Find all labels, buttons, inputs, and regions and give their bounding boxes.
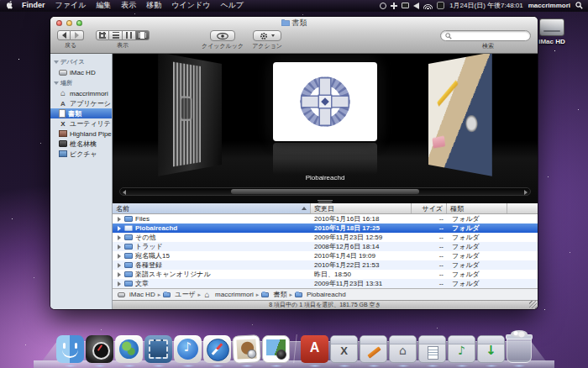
dock-item-music-stack[interactable] xyxy=(448,335,475,363)
disclosure-triangle-icon[interactable] xyxy=(54,60,59,64)
dock-item-preview[interactable] xyxy=(233,335,260,363)
sidebar-item-label: 書類 xyxy=(68,109,81,118)
table-row[interactable]: トラッド2008年12月6日 18:14--フォルダ xyxy=(113,242,538,251)
table-row[interactable]: 宛名職人152010年1月4日 19:09--フォルダ xyxy=(113,251,538,260)
time-machine-icon[interactable] xyxy=(380,3,386,9)
disclosure-triangle-icon[interactable] xyxy=(54,81,59,85)
dock-item-dashboard[interactable] xyxy=(86,335,113,363)
scroll-right-icon[interactable] xyxy=(524,190,528,195)
trash-icon xyxy=(507,334,532,363)
coverflow-resize-grip[interactable] xyxy=(318,198,333,202)
printer-icon xyxy=(59,140,67,147)
wifi-icon[interactable] xyxy=(423,3,433,9)
sidebar-item-書類[interactable]: 書類 xyxy=(50,108,112,118)
spaces-icon[interactable] xyxy=(391,3,397,9)
dock-item-safari[interactable] xyxy=(203,335,231,363)
window-body: デバイスiMac HD場所maccrimmoriアプリケーション書類ユーティリテ… xyxy=(50,54,538,309)
menu-Finder[interactable]: Finder xyxy=(22,1,45,9)
view-columns-button[interactable] xyxy=(123,30,136,40)
chevron-down-icon xyxy=(271,34,275,37)
sidebar-item-iMac HD[interactable]: iMac HD xyxy=(50,67,112,77)
dock-item-itunes[interactable] xyxy=(174,335,202,363)
volume-icon[interactable] xyxy=(413,3,419,9)
display-icon[interactable] xyxy=(402,3,409,8)
menu-bar-clock[interactable]: 1月24日(日) 午後7:48:01 xyxy=(449,1,523,10)
dock-item-pencil-stack[interactable] xyxy=(360,335,387,363)
dock-item-iphoto[interactable] xyxy=(262,335,290,363)
table-row[interactable]: 文章2009年11月23日 13:31--フォルダ xyxy=(113,279,538,288)
input-source-icon[interactable] xyxy=(437,2,444,9)
coverflow-prev-cover[interactable] xyxy=(158,54,222,176)
menu-ウインドウ[interactable]: ウインドウ xyxy=(171,1,210,9)
disclosure-triangle-icon[interactable] xyxy=(118,226,121,231)
path-segment-iMac HD[interactable]: iMac HD xyxy=(118,291,155,298)
sidebar-item-ユーティリティ[interactable]: ユーティリティ xyxy=(50,118,112,129)
coverflow-selected-cover[interactable] xyxy=(273,62,377,141)
search-input[interactable] xyxy=(440,30,531,41)
disclosure-triangle-icon[interactable] xyxy=(118,217,121,222)
coverflow-pane[interactable]: Piobaireachd xyxy=(113,54,538,203)
action-button[interactable] xyxy=(253,30,281,41)
quicklook-button[interactable] xyxy=(210,30,235,41)
column-header-size[interactable]: サイズ xyxy=(412,203,447,213)
coverflow-next-cover[interactable] xyxy=(428,54,492,176)
scrollbar-thumb[interactable] xyxy=(231,189,419,194)
dock-item-documents-stack[interactable] xyxy=(418,335,446,363)
dock-item-archive-stack[interactable] xyxy=(389,335,417,363)
path-segment-Piobaireachd[interactable]: Piobaireachd xyxy=(295,291,346,298)
path-segment-maccrimmori[interactable]: maccrimmori xyxy=(203,291,254,298)
menu-編集[interactable]: 編集 xyxy=(96,1,111,9)
menu-ヘルプ[interactable]: ヘルプ xyxy=(220,1,244,9)
window-chrome[interactable]: 書類 戻る 表示 xyxy=(50,17,538,54)
disclosure-triangle-icon[interactable] xyxy=(118,263,121,268)
dock-item-mail[interactable] xyxy=(144,335,172,363)
dock-item-utilities-stack[interactable] xyxy=(330,335,358,363)
folder-photo-icon xyxy=(59,130,67,137)
spotlight-icon[interactable] xyxy=(575,2,583,9)
scroll-left-icon[interactable] xyxy=(123,190,126,195)
column-header-kind[interactable]: 種類 xyxy=(447,203,507,213)
file-name: その他 xyxy=(135,233,155,242)
sidebar-item-label: maccrimmori xyxy=(70,90,108,97)
sidebar-item-ピクチャ[interactable]: ピクチャ xyxy=(50,149,112,159)
sidebar-item-Highland Pipe[interactable]: Highland Pipe xyxy=(50,129,112,139)
disclosure-triangle-icon[interactable] xyxy=(118,272,121,277)
table-row[interactable]: Files2010年1月16日 16:18--フォルダ xyxy=(113,214,538,223)
view-icons-button[interactable] xyxy=(96,30,109,40)
path-segment-書類[interactable]: 書類 xyxy=(261,290,286,299)
dock-item-google-earth[interactable] xyxy=(115,335,143,363)
column-header-date[interactable]: 変更日 xyxy=(311,203,412,213)
coverflow-scrollbar[interactable] xyxy=(119,187,531,196)
apple-menu-icon[interactable] xyxy=(5,1,15,10)
table-row[interactable]: 各種登録2010年1月22日 21:53--フォルダ xyxy=(113,260,538,270)
table-row[interactable]: その他2009年11月23日 12:59--フォルダ xyxy=(113,233,538,242)
column-header-name[interactable]: 名前 xyxy=(113,203,311,213)
disclosure-triangle-icon[interactable] xyxy=(118,281,121,287)
menu-移動[interactable]: 移動 xyxy=(146,1,161,9)
table-row[interactable]: Piobaireachd2010年1月18日 17:25--フォルダ xyxy=(113,223,538,233)
sidebar-item-maccrimmori[interactable]: maccrimmori xyxy=(50,88,112,98)
table-row[interactable]: 楽譜スキャンオリジナル昨日、18:50--フォルダ xyxy=(113,270,538,279)
path-segment-ユーザ[interactable]: ユーザ xyxy=(163,290,195,299)
menu-ファイル[interactable]: ファイル xyxy=(55,1,87,9)
dock-item-trash[interactable] xyxy=(507,334,532,363)
back-button[interactable] xyxy=(57,30,71,40)
view-list-button[interactable] xyxy=(109,30,123,40)
disclosure-triangle-icon[interactable] xyxy=(118,244,121,250)
cell-name: 宛名職人15 xyxy=(124,251,311,260)
dock-item-downloads-stack[interactable] xyxy=(477,335,505,363)
column-header-name-label: 名前 xyxy=(116,204,129,213)
menu-表示[interactable]: 表示 xyxy=(121,1,136,9)
dock-item-finder[interactable] xyxy=(56,335,84,363)
disclosure-triangle-icon[interactable] xyxy=(118,254,121,259)
action-label: アクション xyxy=(252,42,282,50)
sidebar-item-アプリケーション[interactable]: アプリケーション xyxy=(50,98,112,108)
sidebar-item-椎名林檎[interactable]: 椎名林檎 xyxy=(50,139,112,149)
menu-bar-user[interactable]: maccrimmori xyxy=(528,2,570,9)
cell-kind: フォルダ xyxy=(447,279,507,288)
dock-item-adobe-reader[interactable] xyxy=(301,335,328,363)
disclosure-triangle-icon[interactable] xyxy=(118,235,121,240)
forward-button[interactable] xyxy=(71,30,84,40)
eye-icon xyxy=(217,33,228,39)
view-coverflow-button[interactable] xyxy=(136,30,150,40)
